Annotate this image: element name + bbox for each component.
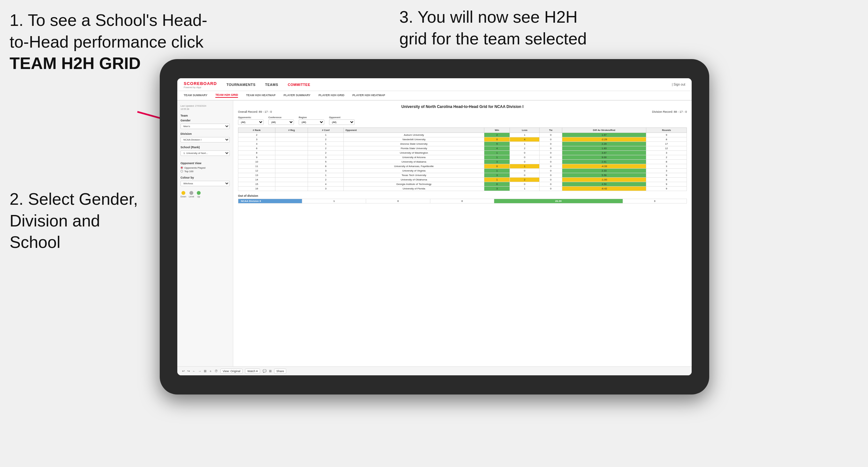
region-filter: Region (All) (299, 116, 324, 125)
division-select[interactable]: NCAA Division I (181, 137, 230, 143)
col-tie: Tie (539, 128, 562, 133)
nav-tournaments[interactable]: TOURNAMENTS (226, 83, 255, 87)
cell-win: 1 (484, 151, 509, 155)
cell-opponent: University of Washington (344, 151, 484, 155)
view-original-btn[interactable]: View: Original (220, 369, 243, 374)
cell-diff: 4.50 (562, 182, 646, 187)
cell-tie: 0 (539, 164, 562, 169)
out-diff: 26.00 (494, 199, 623, 204)
col-win: Win (484, 128, 509, 133)
sidebar: Last Updated: 27/03/2024 16:55:38 Team G… (177, 101, 233, 366)
table-row: 8 2 University of Washington 1 0 0 3.67 … (238, 151, 687, 155)
cell-loss: 0 (510, 173, 539, 178)
cell-diff: -1.00 (562, 178, 646, 182)
grid-icon[interactable]: ⊞ (269, 369, 272, 373)
radio-opponents-played[interactable]: Opponents Played (181, 166, 230, 169)
col-conf: # Conf (308, 128, 344, 133)
tab-player-h2h-grid[interactable]: PLAYER H2H GRID (318, 94, 344, 97)
annotation-top-right: 3. You will now see H2H grid for the tea… (399, 6, 587, 50)
cell-rounds: 12 (646, 146, 687, 151)
cell-conf: 6 (308, 164, 344, 169)
data-area: University of North Carolina Head-to-Hea… (233, 101, 692, 366)
col-rounds: Rounds (646, 128, 687, 133)
gender-select[interactable]: Men's (181, 124, 230, 129)
cell-conf: 2 (308, 146, 344, 151)
division-record: Division Record: 88 - 17 - 0 (652, 110, 687, 114)
redo-icon[interactable]: ↪ (187, 369, 190, 373)
cell-opponent: Florida State University (344, 146, 484, 151)
cell-diff: 1.67 (562, 133, 646, 137)
legend-up-icon (197, 191, 200, 195)
cell-opponent: Georgia Institute of Technology (344, 182, 484, 187)
nav-teams[interactable]: TEAMS (265, 83, 278, 87)
cell-tie: 0 (539, 160, 562, 164)
cell-tie: 0 (539, 187, 562, 191)
share-btn[interactable]: Share (274, 369, 286, 374)
nav-committee[interactable]: COMMITTEE (288, 83, 311, 87)
out-tie: 0 (430, 199, 494, 204)
cell-reg (275, 133, 308, 137)
tab-team-h2h-grid[interactable]: TEAM H2H GRID (215, 93, 238, 98)
tab-team-h2h-heatmap[interactable]: TEAM H2H HEATMAP (246, 94, 275, 97)
nav-items: TOURNAMENTS TEAMS COMMITTEE (226, 83, 672, 87)
overall-record: Overall Record: 89 - 17 - 0 (238, 110, 272, 114)
cell-loss: 1 (510, 142, 539, 146)
cell-conf: 3 (308, 187, 344, 191)
forward-icon[interactable]: → (198, 369, 201, 373)
bottom-bar: ↩ ↪ ← → ⊞ ＋ ⏱ View: Original Watch ▾ 💬 ⊞… (177, 366, 692, 375)
opponent-select[interactable]: (All) (329, 120, 354, 125)
cell-rounds: 3 (646, 164, 687, 169)
back-icon[interactable]: ← (192, 369, 195, 373)
table-row: 12 3 University of Virginia 1 0 0 2.33 3 (238, 169, 687, 173)
cell-win: 1 (484, 169, 509, 173)
tab-team-summary[interactable]: TEAM SUMMARY (184, 94, 207, 97)
region-select[interactable]: (All) (299, 120, 324, 125)
school-select[interactable]: 1. University of Nort... (181, 151, 230, 156)
cell-reg (275, 142, 308, 146)
cell-diff: 5.56 (562, 173, 646, 178)
plus-icon[interactable]: ＋ (209, 369, 212, 373)
annotation-mid-left: 2. Select Gender, Division and School (9, 188, 138, 253)
legend-row: Down Level Up (181, 191, 230, 198)
conference-filter: Conference (All) (268, 116, 294, 125)
cell-rounds: 17 (646, 142, 687, 146)
cell-diff: -4.33 (562, 164, 646, 169)
cell-diff: 1.83 (562, 146, 646, 151)
watch-btn[interactable]: Watch ▾ (245, 369, 260, 374)
cell-rounds: 9 (646, 133, 687, 137)
cell-conf: 3 (308, 169, 344, 173)
cell-loss: 1 (510, 164, 539, 169)
cell-loss: 0 (510, 160, 539, 164)
opponents-select[interactable]: (All) (238, 120, 264, 125)
cell-diff: 2.29 (562, 142, 646, 146)
out-label: NCAA Division II (238, 199, 302, 204)
cell-tie: 0 (539, 182, 562, 187)
cell-diff: 9.00 (562, 155, 646, 160)
copy-icon[interactable]: ⊞ (204, 369, 206, 373)
cell-tie: 0 (539, 142, 562, 146)
sign-out-link[interactable]: | Sign out (672, 83, 685, 86)
undo-icon[interactable]: ↩ (182, 369, 185, 373)
colour-by-select[interactable]: Win/loss (181, 181, 230, 186)
comment-icon[interactable]: 💬 (262, 369, 267, 373)
conference-select[interactable]: (All) (268, 120, 294, 125)
cell-reg (275, 164, 308, 169)
timestamp: Last Updated: 27/03/2024 16:55:38 (181, 104, 230, 111)
clock-icon[interactable]: ⏱ (215, 369, 218, 373)
cell-win: 5 (484, 142, 509, 146)
tab-player-h2h-heatmap[interactable]: PLAYER H2H HEATMAP (352, 94, 385, 97)
cell-tie: 0 (539, 173, 562, 178)
cell-win: 1 (484, 178, 509, 182)
out-of-division-table: NCAA Division II 1 0 0 26.00 3 (238, 199, 687, 204)
team-label: Team (181, 114, 230, 117)
cell-conf: 2 (308, 137, 344, 142)
cell-opponent: University of Alabama (344, 160, 484, 164)
cell-conf: 1 (308, 133, 344, 137)
cell-rank: 9 (238, 155, 275, 160)
radio-top100[interactable]: Top 100 (181, 170, 230, 173)
table-row: 11 6 University of Arkansas, Fayettevill… (238, 164, 687, 169)
cell-reg (275, 178, 308, 182)
cell-rank: 2 (238, 133, 275, 137)
tab-player-summary[interactable]: PLAYER SUMMARY (284, 94, 311, 97)
table-row: 10 5 University of Alabama 3 0 0 2.61 8 (238, 160, 687, 164)
